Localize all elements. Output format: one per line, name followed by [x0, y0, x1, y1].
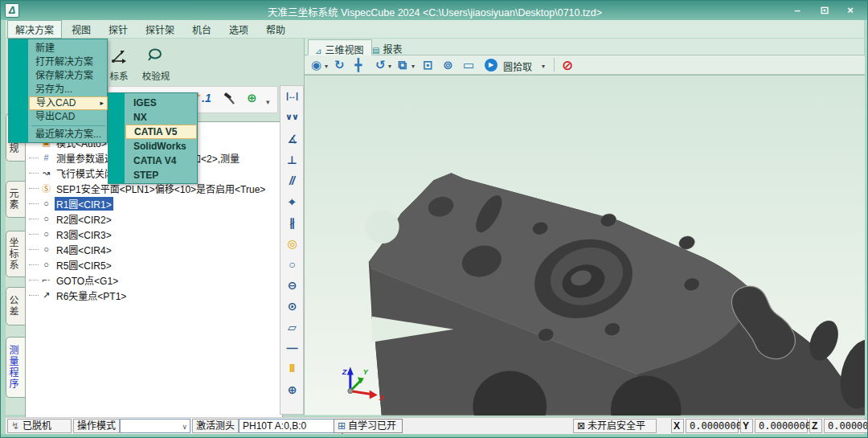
axis-y-label: Y	[363, 368, 369, 376]
menu-options[interactable]: 选项	[221, 20, 256, 39]
coordinate-system-icon	[110, 47, 128, 65]
perpendicularity-icon[interactable]: ⊥	[280, 154, 303, 166]
circle-pick-caret-icon[interactable]: ▾	[542, 63, 545, 70]
probe-disabled-icon[interactable]: ⊘	[562, 57, 573, 74]
total-runout-icon[interactable]: ⊕	[280, 383, 303, 396]
tree-item-flight-mode[interactable]: ↝飞行模式关闭	[29, 166, 116, 180]
view-cube-icon[interactable]: ⧉	[398, 58, 407, 72]
view-mode-icon[interactable]: ◉	[311, 58, 321, 72]
tab-3d-view[interactable]: ⊿三维视图	[308, 39, 372, 55]
circle-icon: ○	[40, 260, 52, 269]
submenu-item-catia-v5[interactable]: CATIA V5	[125, 125, 197, 139]
params-icon: #	[40, 153, 52, 162]
safety-plane-icon: Ⓢ	[40, 182, 52, 194]
menu-item-new[interactable]: 新建	[29, 42, 107, 55]
pattern-icon[interactable]: |||	[280, 362, 303, 372]
circle-icon: ○	[40, 229, 52, 239]
position-icon[interactable]: ⌖	[280, 195, 303, 209]
submenu-item-catia-v4[interactable]: CATIA V4	[125, 154, 197, 168]
pan-icon[interactable]: ╋	[354, 58, 362, 72]
sidebar-tab-coordsys[interactable]: 坐标系	[6, 231, 26, 277]
menu-probe[interactable]: 探针	[100, 20, 136, 39]
coord-z-value: 0.0000000	[824, 419, 868, 433]
coord-y-label: Y	[740, 419, 753, 433]
status-bar: ↯已脱机 操作模式 ∨ 激活测头 PH10T A:0,B:0 ∨ ⊞自学习已开启…	[6, 417, 864, 434]
submenu-item-step[interactable]: STEP	[125, 168, 197, 182]
title-bar: Δ 天准三坐标系统 VispecCube 2024 <C:\Users\jiao…	[1, 1, 868, 20]
symmetry-icon[interactable]: ⊖	[280, 279, 303, 292]
circle-icon: ○	[40, 244, 52, 254]
decimal-precision-icon[interactable]: .1	[202, 92, 211, 104]
submenu-item-iges[interactable]: IGES	[125, 96, 197, 110]
straightness-icon[interactable]: —	[280, 342, 303, 354]
menu-solution[interactable]: 解决方案	[7, 20, 62, 39]
tree-item-circle-r1[interactable]: ○R1圆<CIR1>	[29, 196, 113, 211]
runout-icon[interactable]: ⊙	[280, 300, 303, 313]
menu-item-import-cad[interactable]: 导入CAD ▸	[29, 96, 108, 110]
submenu-item-nx[interactable]: NX	[125, 110, 197, 125]
flatness-icon[interactable]: ▱	[280, 321, 303, 334]
restore-button[interactable]: ⊡	[816, 3, 833, 18]
tree-item-circle-r4[interactable]: ○R4圆<CIR4>	[29, 242, 113, 256]
menu-view[interactable]: 视图	[63, 20, 99, 39]
machined-part-3d: Z Y X	[305, 76, 865, 415]
submenu-item-solidworks[interactable]: SolidWorks	[125, 139, 197, 154]
locate-icon[interactable]: ⊚	[443, 58, 453, 72]
close-button[interactable]: ×	[841, 3, 859, 18]
distance-icon[interactable]: |↔|	[280, 91, 303, 100]
tab-report[interactable]: ▤报表	[366, 39, 410, 55]
view-mode-caret-icon[interactable]: ▾	[325, 63, 328, 70]
datum-target-icon[interactable]: ⊕	[247, 91, 257, 105]
toolbar-more-icon[interactable]: ▾	[266, 98, 270, 106]
menu-machine[interactable]: 机台	[184, 20, 219, 39]
vector-point-icon: ↗	[40, 290, 52, 301]
minimize-button[interactable]: –	[788, 3, 806, 18]
menu-item-save-as[interactable]: 另存为...	[29, 83, 107, 96]
tree-item-circle-r5[interactable]: ○R5圆<CIR5>	[29, 257, 113, 272]
hammer-icon[interactable]	[223, 92, 236, 108]
operation-mode-select[interactable]: ∨	[120, 419, 190, 433]
parallelism-icon[interactable]: //	[280, 174, 303, 187]
menu-accent-strip	[9, 39, 28, 142]
magnifier-icon	[147, 47, 165, 65]
angularity-icon[interactable]: ∦	[280, 216, 303, 229]
tree-item-goto-point[interactable]: ⌐·GOTO点<G1>	[29, 272, 120, 287]
gauge-check-button[interactable]: 校验规	[138, 47, 174, 84]
solution-menu: 新建 打开解决方案 保存解决方案 另存为... 导入CAD ▸ 导出CAD 最近…	[8, 39, 108, 143]
angle-icon[interactable]: ∡	[280, 133, 303, 145]
menu-help[interactable]: 帮助	[258, 20, 293, 39]
run-icon[interactable]: ▶	[485, 59, 497, 72]
safety-plane-status: ⊠未开启安全平面	[573, 419, 657, 433]
3d-viewport[interactable]: Z Y X	[305, 75, 865, 415]
select-box-icon[interactable]: ▭	[463, 58, 474, 72]
sidebar-tab-tolerance[interactable]: 公差	[6, 287, 26, 325]
menu-item-open[interactable]: 打开解决方案	[29, 55, 107, 69]
menu-probe-rack[interactable]: 探针架	[137, 20, 182, 39]
tree-item-vector-point[interactable]: ↗R6矢量点<PT1>	[29, 288, 128, 302]
menu-item-recent[interactable]: 最近解决方案...	[29, 128, 107, 141]
circularity-icon[interactable]: ○	[280, 258, 303, 271]
active-probe-select[interactable]: PH10T A:0,B:0 ∨	[239, 419, 343, 433]
report-tab-icon: ▤	[372, 46, 379, 55]
view-tab-bar: ⊿三维视图 ▤报表	[305, 39, 865, 55]
circle-pick-dropdown[interactable]: 圆拾取	[503, 59, 532, 73]
menu-item-export-cad[interactable]: 导出CAD	[29, 110, 107, 124]
angle-vv-icon[interactable]: ∨∨	[280, 112, 303, 122]
rotate-icon[interactable]: ↺	[375, 58, 386, 72]
operation-mode-label: 操作模式	[73, 419, 120, 433]
tree-item-circle-r2[interactable]: ○R2圆<CIR2>	[29, 211, 113, 226]
rotate-caret-icon[interactable]: ▾	[388, 63, 391, 70]
circle-icon: ○	[40, 214, 52, 223]
self-learn-button[interactable]: ⊞自学习已开启	[334, 419, 403, 433]
sidebar-tab-elements[interactable]: 元素	[6, 181, 26, 218]
sidebar-tab-program[interactable]: 测量程序	[6, 337, 26, 398]
concentricity-icon[interactable]: ◎	[280, 237, 303, 250]
right-panel: ⊿三维视图 ▤报表 ◉ ▾ ↻ ╋ ↺ ▾ ⧉ ▾ ⊡ ⊚ ▭ ▶ 圆拾取 ▾ …	[304, 39, 864, 415]
menu-item-save[interactable]: 保存解决方案	[29, 69, 107, 83]
tree-item-circle-r3[interactable]: ○R3圆<CIR3>	[29, 227, 113, 241]
orbit-icon[interactable]: ↻	[334, 58, 345, 72]
active-probe-label: 激活测头	[192, 419, 239, 433]
view-cube-caret-icon[interactable]: ▾	[411, 63, 415, 70]
zoom-fit-icon[interactable]: ⊡	[423, 58, 433, 72]
axis-x-label: X	[379, 394, 385, 402]
